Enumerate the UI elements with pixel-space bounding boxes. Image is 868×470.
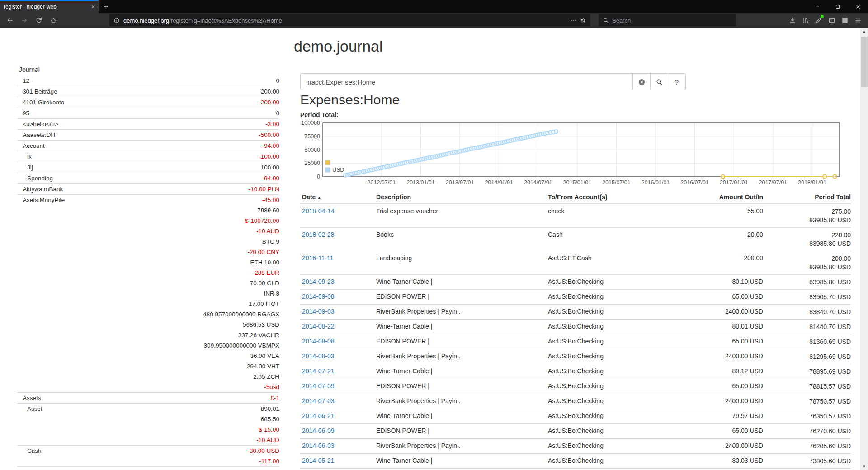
browser-tab[interactable]: register - hledger-web × (0, 0, 99, 13)
transaction-date-link[interactable]: 2014-05-21 (302, 457, 335, 464)
sidebar-account-row: Aktywa:mBank-10.00 PLN (17, 184, 279, 195)
register-row: 2014-05-08EDISON POWER |As:US:Bo:Checkin… (300, 469, 851, 470)
browser-search-bar[interactable]: Search (599, 14, 736, 26)
register-row: 2014-08-03RiverBank Properties | Payin..… (300, 349, 851, 364)
transaction-amount: 2400.00 USD (686, 349, 763, 364)
sidebar-account-balance: 200.00 (261, 86, 279, 97)
sidebar-account-link[interactable]: Asset (17, 404, 256, 414)
sidebar-toggle-icon[interactable] (825, 14, 838, 26)
svg-text:2014/01/01: 2014/01/01 (485, 179, 513, 186)
sidebar-account-link[interactable]: Account (17, 141, 262, 151)
scrollbar-up-arrow[interactable]: ▲ (860, 28, 868, 35)
transaction-date-link[interactable]: 2014-09-23 (302, 278, 335, 285)
home-button[interactable] (47, 14, 60, 26)
sidebar-account-row: 4101 Girokonto-200.00 (17, 97, 279, 108)
scrollbar-thumb[interactable] (861, 37, 868, 87)
sidebar-account-link[interactable]: Aktywa:mBank (17, 184, 249, 194)
help-button[interactable]: ? (668, 73, 686, 90)
svg-text:2014/07/01: 2014/07/01 (524, 179, 552, 186)
transaction-date-link[interactable]: 2014-08-22 (302, 323, 335, 330)
sidebar-account-link[interactable]: 95 (17, 108, 276, 118)
register-row: 2014-07-21Wine-Tarner Cable |As:US:Bo:Ch… (300, 364, 851, 379)
sidebar-account-link[interactable]: Aaasets:DH (17, 130, 259, 140)
transaction-description: RiverBank Properties | Payin.. (374, 305, 546, 320)
transaction-description: Wine-Tarner Cable | (374, 454, 546, 469)
sidebar-account-row: 950 (17, 108, 279, 119)
bookmark-star-icon[interactable] (580, 17, 586, 24)
page-title: demo.journal (294, 38, 868, 55)
transaction-date-link[interactable]: 2014-07-03 (302, 397, 335, 404)
apps-grid-icon[interactable] (838, 14, 851, 26)
transaction-date-link[interactable]: 2014-09-08 (302, 293, 335, 300)
sidebar-account-link[interactable]: <u>hello</u> (17, 119, 265, 129)
register-row: 2014-06-03RiverBank Properties | Payin..… (300, 439, 851, 454)
sidebar-account-link[interactable]: Assets (17, 393, 270, 403)
transaction-date-link[interactable]: 2014-08-08 (302, 338, 335, 345)
site-info-icon[interactable] (113, 17, 120, 24)
transaction-period-total: 83840.70 USD (763, 305, 851, 320)
sidebar-account-link[interactable]: 4101 Girokonto (17, 97, 259, 108)
register-row: 2014-08-22Wine-Tarner Cable |As:US:Bo:Ch… (300, 320, 851, 334)
url-bar[interactable]: demo.hledger.org/register?q=inacct%3AExp… (109, 14, 590, 26)
transaction-date-link[interactable]: 2014-06-21 (302, 412, 335, 419)
svg-text:2013/01/01: 2013/01/01 (406, 179, 435, 186)
transaction-amount: 65.00 USD (686, 290, 763, 305)
page-scrollbar[interactable]: ▲ ▼ (860, 28, 868, 470)
sidebar-account-link[interactable]: 12 (17, 75, 276, 86)
svg-text:2013/07/01: 2013/07/01 (446, 179, 474, 186)
notes-icon[interactable] (812, 14, 825, 26)
sidebar-account-link[interactable]: Asets:MunyPile (17, 195, 203, 205)
transaction-amount: 80.12 USD (686, 364, 763, 379)
search-submit-button[interactable] (651, 73, 668, 90)
transaction-date-link[interactable]: 2014-07-09 (302, 382, 335, 390)
download-icon[interactable] (786, 14, 799, 26)
journal-link[interactable]: Journal (17, 64, 279, 75)
transaction-period-total: 275.0083985.80 USD (763, 204, 851, 228)
transaction-period-total: 220.0083985.80 USD (763, 228, 851, 251)
sidebar-account-link[interactable]: 301 Beiträge (17, 86, 261, 97)
transaction-account: check (546, 204, 686, 228)
scrollbar-down-arrow[interactable]: ▼ (860, 463, 868, 470)
page-actions-icon[interactable] (570, 17, 576, 24)
svg-text:100000: 100000 (301, 120, 320, 126)
url-text: demo.hledger.org/register?q=inacct%3AExp… (123, 17, 566, 24)
transaction-amount: 80.03 USD (686, 454, 763, 469)
transaction-amount: 65.00 USD (686, 469, 763, 470)
transaction-amount: 65.00 USD (686, 334, 763, 349)
transaction-date-link[interactable]: 2018-04-14 (302, 207, 335, 215)
sidebar-account-link[interactable]: Jij (17, 162, 261, 173)
transaction-date-link[interactable]: 2014-06-03 (302, 442, 335, 449)
column-header-period-total: Period Total (763, 190, 851, 204)
transaction-amount: 2400.00 USD (686, 394, 763, 409)
reload-button[interactable] (33, 14, 45, 26)
svg-text:25000: 25000 (304, 160, 320, 166)
menu-icon[interactable] (851, 14, 864, 26)
sidebar-account-balance: -45.007989.60$-100720.00-10 AUDBTC 9-20.… (203, 195, 279, 392)
window-close-button[interactable] (848, 0, 868, 13)
transaction-date-link[interactable]: 2014-06-09 (302, 427, 335, 434)
search-icon (603, 17, 609, 24)
new-tab-button[interactable]: + (99, 0, 113, 13)
transaction-date-link[interactable]: 2014-09-03 (302, 308, 335, 315)
transaction-date-link[interactable]: 2014-08-03 (302, 352, 335, 360)
clear-query-button[interactable] (633, 73, 651, 90)
back-button[interactable] (4, 14, 16, 26)
sidebar-account-link[interactable]: Cash (17, 446, 247, 456)
transaction-date-link[interactable]: 2016-11-11 (302, 254, 334, 262)
transaction-date-link[interactable]: 2014-07-21 (302, 367, 335, 375)
sidebar-account-link[interactable]: lk (17, 151, 259, 162)
transaction-description: Wine-Tarner Cable | (374, 364, 546, 379)
forward-button[interactable] (18, 14, 31, 26)
transaction-amount: 65.00 USD (686, 379, 763, 394)
transaction-date-link[interactable]: 2018-02-28 (302, 231, 335, 238)
column-header-date[interactable]: Date ▲ (300, 190, 374, 204)
query-input[interactable] (300, 73, 633, 90)
svg-text:2017/07/01: 2017/07/01 (759, 179, 788, 186)
sidebar-account-link[interactable]: Spending (17, 173, 262, 183)
window-minimize-button[interactable] (807, 0, 827, 13)
tab-close-icon[interactable]: × (91, 4, 95, 10)
transaction-description: Trial expense voucher (374, 204, 546, 228)
library-icon[interactable] (799, 14, 812, 26)
register-row: 2014-09-08EDISON POWER |As:US:Bo:Checkin… (300, 290, 851, 305)
window-maximize-button[interactable] (827, 0, 848, 13)
